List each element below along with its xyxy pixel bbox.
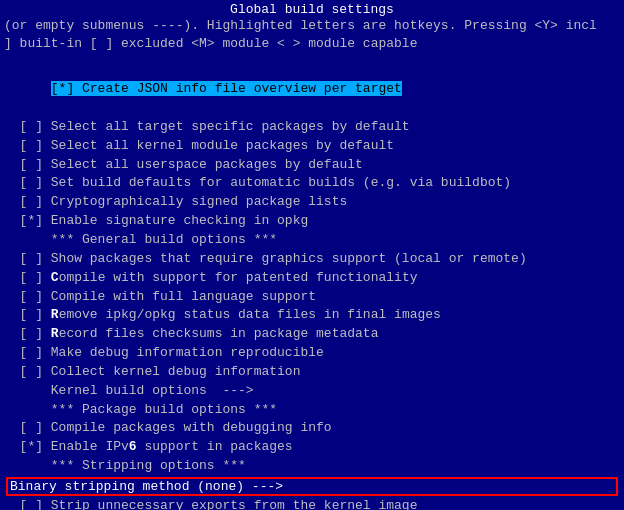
compile-debug-item[interactable]: [ ] Compile packages with debugging info	[0, 419, 624, 438]
select-kernel-item[interactable]: [ ] Select all kernel module packages by…	[0, 137, 624, 156]
strip-opts-header: *** Stripping options ***	[0, 457, 624, 476]
collect-kernel-item[interactable]: [ ] Collect kernel debug information	[0, 363, 624, 382]
record-files-item[interactable]: [ ] Record files checksums in package me…	[0, 325, 624, 344]
terminal: Global build settings (or empty submenus…	[0, 0, 624, 510]
create-json-label[interactable]: [*] Create JSON info file overview per t…	[51, 81, 402, 96]
select-userspace-item[interactable]: [ ] Select all userspace packages by def…	[0, 156, 624, 175]
crypto-signed-item[interactable]: [ ] Cryptographically signed package lis…	[0, 193, 624, 212]
kernel-build-opts-item[interactable]: Kernel build options --->	[0, 382, 624, 401]
title-text: Global build settings	[230, 2, 394, 17]
strip-exports-item[interactable]: [ ] Strip unnecessary exports from the k…	[0, 497, 624, 510]
binary-stripping-wrapper[interactable]: Binary stripping method (none) --->	[0, 476, 624, 497]
select-packages-item[interactable]: [ ] Select all target specific packages …	[0, 118, 624, 137]
menu-area: [*] Create JSON info file overview per t…	[0, 59, 624, 510]
pkg-build-header: *** Package build options ***	[0, 401, 624, 420]
title-bar: Global build settings	[0, 0, 624, 17]
set-build-defaults-item[interactable]: [ ] Set build defaults for automatic bui…	[0, 174, 624, 193]
general-build-header: *** General build options ***	[0, 231, 624, 250]
binary-stripping-item[interactable]: Binary stripping method (none) --->	[6, 477, 618, 496]
remove-ipkg-item[interactable]: [ ] Remove ipkg/opkg status data files i…	[0, 306, 624, 325]
make-debug-item[interactable]: [ ] Make debug information reproducible	[0, 344, 624, 363]
show-graphics-item[interactable]: [ ] Show packages that require graphics …	[0, 250, 624, 269]
enable-ipv6-item[interactable]: [*] Enable IPv6 support in packages	[0, 438, 624, 457]
create-json-item[interactable]: [*] Create JSON info file overview per t…	[0, 61, 624, 118]
info-line-1: (or empty submenus ----). Highlighted le…	[0, 17, 624, 35]
compile-lang-item[interactable]: [ ] Compile with full language support	[0, 288, 624, 307]
enable-sig-item[interactable]: [*] Enable signature checking in opkg	[0, 212, 624, 231]
compile-patented-item[interactable]: [ ] Compile with support for patented fu…	[0, 269, 624, 288]
info-line-2: ] built-in [ ] excluded <M> module < > m…	[0, 35, 624, 53]
